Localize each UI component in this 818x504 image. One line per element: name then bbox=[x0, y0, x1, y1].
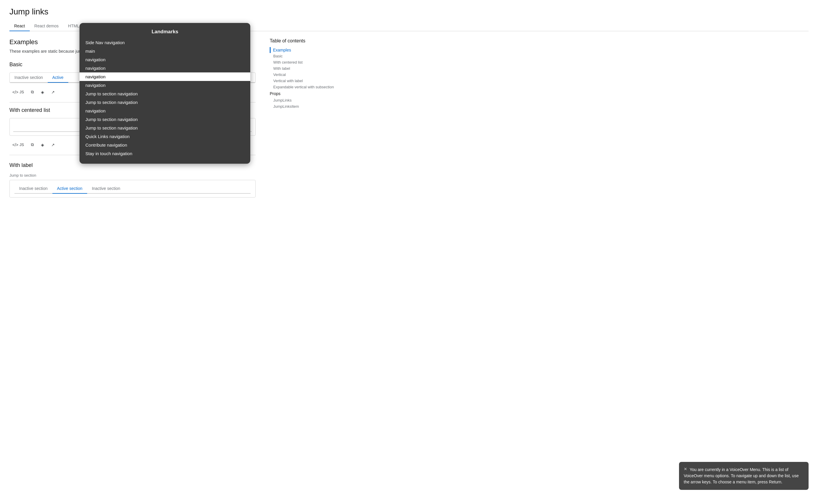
toc-basic[interactable]: Basic bbox=[270, 53, 337, 59]
landmarks-list: Side Nav navigation main navigation navi… bbox=[80, 38, 250, 158]
toc-list: Examples Basic With centered list With l… bbox=[270, 47, 337, 110]
centered-codepen-button[interactable]: ◈ bbox=[38, 140, 47, 149]
centered-js-label: JS bbox=[19, 142, 24, 147]
toc-jumplinksitem[interactable]: JumpLinksItem bbox=[270, 103, 337, 110]
external-icon: ↗ bbox=[51, 90, 55, 95]
label-link-3[interactable]: Inactive section bbox=[87, 184, 125, 193]
landmarks-modal[interactable]: Landmarks Side Nav navigation main navig… bbox=[80, 23, 250, 164]
landmark-item-8[interactable]: navigation bbox=[80, 107, 250, 115]
with-label-demo-box: Inactive section Active section Inactive… bbox=[9, 180, 256, 198]
landmark-item-5[interactable]: navigation bbox=[80, 81, 250, 89]
basic-js-button[interactable]: </> JS bbox=[9, 88, 27, 96]
toc-title: Table of contents bbox=[270, 38, 337, 44]
toc-vertical[interactable]: Vertical bbox=[270, 72, 337, 78]
basic-codepen-button[interactable]: ◈ bbox=[38, 88, 47, 96]
landmark-item-2[interactable]: navigation bbox=[80, 55, 250, 64]
toc-props-subsections: JumpLinks JumpLinksItem bbox=[270, 97, 337, 110]
landmark-item-7[interactable]: Jump to section navigation bbox=[80, 98, 250, 107]
landmark-item-6[interactable]: Jump to section navigation bbox=[80, 89, 250, 98]
toc-examples-subsections: Basic With centered list With label Vert… bbox=[270, 53, 337, 90]
centered-codepen-icon: ◈ bbox=[41, 142, 44, 147]
basic-copy-button[interactable]: ⧉ bbox=[28, 88, 37, 96]
landmarks-title: Landmarks bbox=[80, 29, 250, 35]
centered-js-button[interactable]: </> JS bbox=[9, 140, 27, 149]
label-link-2[interactable]: Active section bbox=[52, 184, 87, 193]
voiceover-close-button[interactable]: ✕ bbox=[684, 467, 687, 471]
js-icon: </> bbox=[12, 90, 18, 95]
toc-examples-active[interactable]: Examples bbox=[273, 47, 291, 53]
with-label-section: With label Jump to section Inactive sect… bbox=[9, 162, 256, 198]
landmark-item-1[interactable]: main bbox=[80, 47, 250, 55]
basic-external-button[interactable]: ↗ bbox=[48, 88, 58, 96]
toc-expandable-vertical[interactable]: Expandable vertical with subsection bbox=[270, 84, 337, 90]
label-link-1[interactable]: Inactive section bbox=[14, 184, 52, 193]
toc-with-centered-list[interactable]: With centered list bbox=[270, 59, 337, 65]
centered-copy-icon: ⧉ bbox=[31, 142, 34, 147]
landmark-item-12[interactable]: Contribute navigation bbox=[80, 141, 250, 149]
landmark-item-9[interactable]: Jump to section navigation bbox=[80, 115, 250, 124]
basic-link-3[interactable] bbox=[68, 73, 78, 82]
voiceover-tooltip: ✕ You are currently in a VoiceOver Menu.… bbox=[679, 462, 809, 490]
basic-link-1[interactable]: Inactive section bbox=[10, 73, 48, 82]
centered-external-icon: ↗ bbox=[51, 142, 55, 147]
copy-icon: ⧉ bbox=[31, 89, 34, 95]
toc-indicator-bar bbox=[270, 47, 271, 53]
centered-copy-button[interactable]: ⧉ bbox=[28, 140, 37, 149]
centered-external-button[interactable]: ↗ bbox=[48, 140, 58, 149]
landmark-item-11[interactable]: Quick Links navigation bbox=[80, 132, 250, 141]
tab-react[interactable]: React bbox=[9, 21, 30, 31]
toc-active-row: Examples bbox=[270, 47, 337, 53]
toc-sidebar: Table of contents Examples Basic With ce… bbox=[265, 31, 342, 504]
basic-link-2[interactable]: Active bbox=[48, 73, 68, 82]
toc-jumplinks[interactable]: JumpLinks bbox=[270, 97, 337, 103]
page-wrapper: Jump links React React demos HTML Exampl… bbox=[0, 0, 818, 504]
toc-section-props[interactable]: Props bbox=[270, 90, 337, 97]
codepen-icon: ◈ bbox=[41, 90, 44, 95]
voiceover-text: You are currently in a VoiceOver Menu. T… bbox=[684, 467, 799, 484]
landmark-item-0[interactable]: Side Nav navigation bbox=[80, 38, 250, 47]
basic-js-label: JS bbox=[19, 90, 24, 94]
with-label-nav: Inactive section Active section Inactive… bbox=[14, 184, 251, 194]
jump-to-section-label: Jump to section bbox=[9, 173, 256, 178]
landmark-item-4-highlighted[interactable]: navigation bbox=[80, 72, 250, 81]
landmark-item-3[interactable]: navigation bbox=[80, 64, 250, 72]
toc-vertical-with-label[interactable]: Vertical with label bbox=[270, 78, 337, 84]
toc-with-label[interactable]: With label bbox=[270, 65, 337, 72]
toc-section-examples: Examples Basic With centered list With l… bbox=[270, 47, 337, 90]
landmark-item-10[interactable]: Jump to section navigation bbox=[80, 124, 250, 132]
landmark-item-13[interactable]: Stay in touch navigation bbox=[80, 149, 250, 158]
page-title: Jump links bbox=[9, 7, 809, 16]
tab-react-demos[interactable]: React demos bbox=[30, 21, 63, 31]
centered-js-icon: </> bbox=[12, 142, 18, 147]
